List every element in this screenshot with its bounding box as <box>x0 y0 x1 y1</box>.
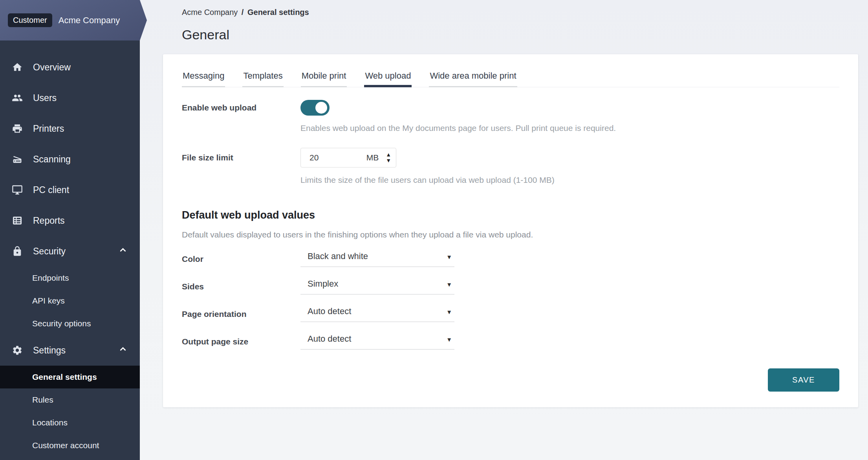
page-orientation-select-value: Auto detect <box>308 306 446 316</box>
settings-card: Messaging Templates Mobile print Web upl… <box>163 54 858 407</box>
breadcrumb-current: General settings <box>247 8 309 17</box>
monitor-icon <box>12 184 23 195</box>
enable-web-upload-row: Enable web upload Enables web upload on … <box>182 100 839 133</box>
enable-web-upload-label: Enable web upload <box>182 103 300 112</box>
reports-icon <box>12 215 23 226</box>
sidebar-item-rules[interactable]: Rules <box>0 388 140 411</box>
sidebar-item-locations[interactable]: Locations <box>0 411 140 434</box>
sidebar-item-label: Users <box>33 93 57 103</box>
sides-select-value: Simplex <box>308 279 446 289</box>
sidebar-subitem-label: Customer account <box>32 441 99 450</box>
page-title: General <box>182 27 858 42</box>
file-size-limit-input-group: MB ▲ ▼ <box>300 148 396 167</box>
dropdown-arrow-icon: ▼ <box>446 336 452 343</box>
file-size-limit-helper: Limits the size of the file users can up… <box>300 175 839 185</box>
stepper-down-icon[interactable]: ▼ <box>386 158 391 164</box>
page-orientation-select[interactable]: Auto detect ▼ <box>300 306 454 322</box>
sidebar-item-printers[interactable]: Printers <box>0 113 140 144</box>
users-icon <box>12 92 23 103</box>
sidebar-item-label: Printers <box>33 123 64 134</box>
breadcrumb-parent[interactable]: Acme Company <box>182 8 238 17</box>
home-icon <box>12 62 23 73</box>
customer-badge: Customer <box>8 13 52 27</box>
sidebar-item-reports[interactable]: Reports <box>0 205 140 236</box>
tab-bar: Messaging Templates Mobile print Web upl… <box>182 54 839 87</box>
sidebar-item-label: PC client <box>33 185 69 195</box>
enable-web-upload-toggle[interactable] <box>300 100 330 116</box>
dropdown-arrow-icon: ▼ <box>446 254 452 260</box>
sides-row: Sides Simplex ▼ <box>182 279 839 294</box>
output-page-size-row: Output page size Auto detect ▼ <box>182 334 839 350</box>
file-size-limit-label: File size limit <box>182 153 300 162</box>
sidebar-item-label: Settings <box>33 345 66 356</box>
enable-web-upload-helper: Enables web upload on the My documents p… <box>300 123 839 133</box>
main-content: Acme Company / General settings General … <box>140 0 868 460</box>
lock-icon <box>12 246 23 257</box>
sidebar-item-overview[interactable]: Overview <box>0 52 140 83</box>
sidebar-subitem-label: API keys <box>32 296 65 305</box>
sidebar-subitem-label: Rules <box>32 395 53 405</box>
tab-templates[interactable]: Templates <box>242 65 283 87</box>
sidebar-subitem-label: General settings <box>32 372 97 382</box>
color-label: Color <box>182 254 300 264</box>
color-select[interactable]: Black and white ▼ <box>300 251 454 267</box>
sidebar-item-api-keys[interactable]: API keys <box>0 289 140 312</box>
sidebar-item-label: Security <box>33 246 66 257</box>
file-size-limit-stepper: ▲ ▼ <box>386 152 391 164</box>
output-page-size-label: Output page size <box>182 337 300 346</box>
stepper-up-icon[interactable]: ▲ <box>386 152 391 158</box>
sidebar-nav: Overview Users Printers Scanning PC clie… <box>0 0 140 457</box>
tab-mobile-print[interactable]: Mobile print <box>301 65 347 87</box>
output-page-size-select[interactable]: Auto detect ▼ <box>300 334 454 350</box>
toggle-knob <box>315 102 327 114</box>
dropdown-arrow-icon: ▼ <box>446 309 452 315</box>
page-orientation-label: Page orientation <box>182 309 300 319</box>
color-select-value: Black and white <box>308 251 446 261</box>
sidebar-item-security[interactable]: Security <box>0 236 140 267</box>
sidebar-item-scanning[interactable]: Scanning <box>0 144 140 175</box>
gear-icon <box>12 345 23 356</box>
dropdown-arrow-icon: ▼ <box>446 281 452 288</box>
scanner-icon <box>12 154 23 165</box>
sidebar-item-endpoints[interactable]: Endpoints <box>0 267 140 289</box>
sides-label: Sides <box>182 282 300 291</box>
sides-select[interactable]: Simplex ▼ <box>300 279 454 294</box>
save-button[interactable]: SAVE <box>768 368 839 392</box>
tab-wide-area-mobile-print[interactable]: Wide area mobile print <box>429 65 517 87</box>
breadcrumb: Acme Company / General settings <box>182 8 858 17</box>
sidebar-item-label: Overview <box>33 62 71 73</box>
sidebar-item-label: Reports <box>33 215 65 226</box>
breadcrumb-separator: / <box>242 8 244 17</box>
sidebar-subitem-label: Security options <box>32 319 91 328</box>
file-size-limit-input[interactable] <box>309 153 353 162</box>
sidebar-subitem-label: Endpoints <box>32 273 69 283</box>
sidebar-subitem-label: Locations <box>32 418 68 427</box>
file-size-limit-row: File size limit MB ▲ ▼ Limits the size o… <box>182 148 839 185</box>
default-values-section-title: Default web upload values <box>182 209 839 221</box>
actions-row: SAVE <box>182 368 839 392</box>
sidebar-item-users[interactable]: Users <box>0 83 140 113</box>
sidebar-item-general-settings[interactable]: General settings <box>0 366 140 388</box>
sidebar: Customer Acme Company Overview Users Pri… <box>0 0 140 460</box>
output-page-size-select-value: Auto detect <box>308 334 446 344</box>
sidebar-item-customer-account[interactable]: Customer account <box>0 434 140 457</box>
sidebar-item-pc-client[interactable]: PC client <box>0 175 140 205</box>
tab-messaging[interactable]: Messaging <box>182 65 225 87</box>
tab-web-upload[interactable]: Web upload <box>364 65 412 87</box>
chevron-up-icon <box>118 344 128 357</box>
color-row: Color Black and white ▼ <box>182 251 839 267</box>
sidebar-item-security-options[interactable]: Security options <box>0 312 140 335</box>
chevron-up-icon <box>118 245 128 258</box>
sidebar-item-settings[interactable]: Settings <box>0 335 140 366</box>
file-size-limit-unit: MB <box>366 153 379 162</box>
page-orientation-row: Page orientation Auto detect ▼ <box>182 306 839 322</box>
company-name: Acme Company <box>59 15 120 26</box>
default-values-section-description: Default values displayed to users in the… <box>182 230 839 239</box>
customer-header[interactable]: Customer Acme Company <box>0 0 147 40</box>
printer-icon <box>12 123 23 134</box>
sidebar-item-label: Scanning <box>33 154 71 165</box>
